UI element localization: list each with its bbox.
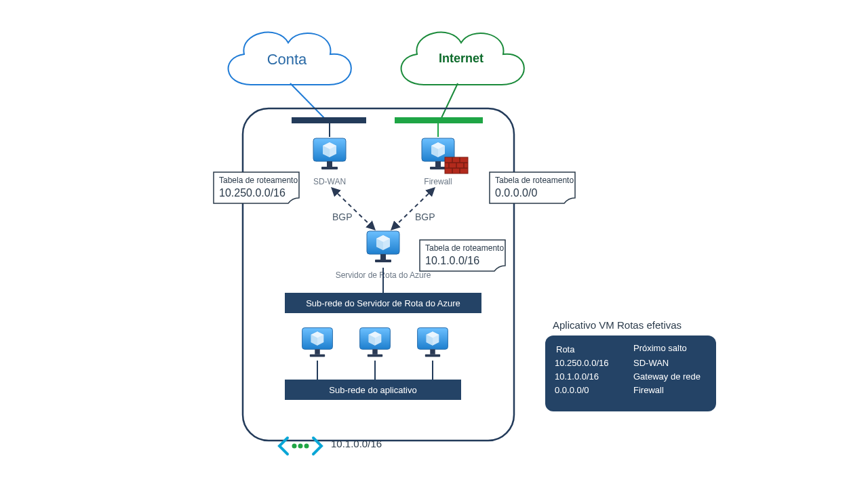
bgp-right-label: BGP xyxy=(415,211,435,222)
svg-point-21 xyxy=(292,444,297,449)
route-table-right-value: 0.0.0.0/0 xyxy=(495,187,537,199)
vm-route-server-icon xyxy=(367,231,399,262)
link-conta xyxy=(290,83,326,119)
link-internet xyxy=(441,83,458,119)
nic-bar-firewall xyxy=(395,117,483,123)
er-row0-nexthop: SD-WAN xyxy=(633,358,669,368)
route-table-left: Tabela de roteamento 10.250.0.0/16 xyxy=(214,172,299,203)
er-row0-route: 10.250.0.0/16 xyxy=(555,358,609,368)
vm-sdwan-icon xyxy=(313,138,346,169)
vnet-cidr: 10.1.0.0/16 xyxy=(331,438,382,449)
cloud-internet-label: Internet xyxy=(439,52,484,65)
route-table-center-title: Tabela de roteamento xyxy=(425,243,504,253)
route-table-right: Tabela de roteamento 0.0.0.0/0 xyxy=(490,172,575,203)
route-table-left-value: 10.250.0.0/16 xyxy=(219,187,285,199)
nic-bar-sdwan xyxy=(292,117,366,123)
subnet-app-label: Sub-rede do aplicativo xyxy=(329,385,416,395)
vm-app-2-icon xyxy=(360,328,391,357)
route-table-center: Tabela de roteamento 10.1.0.0/16 xyxy=(420,240,505,271)
er-row2-route: 0.0.0.0/0 xyxy=(555,385,589,395)
effective-routes-title: Aplicativo VM Rotas efetivas xyxy=(553,319,682,331)
svg-point-23 xyxy=(304,444,309,449)
cloud-conta-label: Conta xyxy=(267,51,307,68)
svg-point-22 xyxy=(298,444,303,449)
vm-app-3-icon xyxy=(418,328,448,357)
route-table-right-title: Tabela de roteamento xyxy=(495,176,574,185)
er-row1-route: 10.1.0.0/16 xyxy=(555,371,599,382)
subnet-route-server-label: Sub-rede do Servidor de Rota do Azure xyxy=(306,298,460,308)
vm-app-1-icon xyxy=(302,328,333,357)
vm-firewall-label: Firewall xyxy=(424,177,452,186)
cloud-internet: Internet xyxy=(401,33,524,85)
bgp-link-right xyxy=(392,188,434,229)
effective-routes-header-nexthop: Próximo salto xyxy=(633,343,687,353)
bgp-link-left xyxy=(332,188,374,229)
route-table-center-value: 10.1.0.0/16 xyxy=(425,255,479,266)
route-table-left-title: Tabela de roteamento xyxy=(219,176,298,185)
firewall-icon xyxy=(445,157,468,174)
vm-sdwan-label: SD-WAN xyxy=(313,177,346,186)
effective-routes-header-route: Rota xyxy=(556,344,575,354)
cloud-conta: Conta xyxy=(229,33,351,85)
bgp-left-label: BGP xyxy=(332,211,353,222)
er-row2-nexthop: Firewall xyxy=(633,385,664,395)
er-row1-nexthop: Gateway de rede xyxy=(633,371,701,382)
